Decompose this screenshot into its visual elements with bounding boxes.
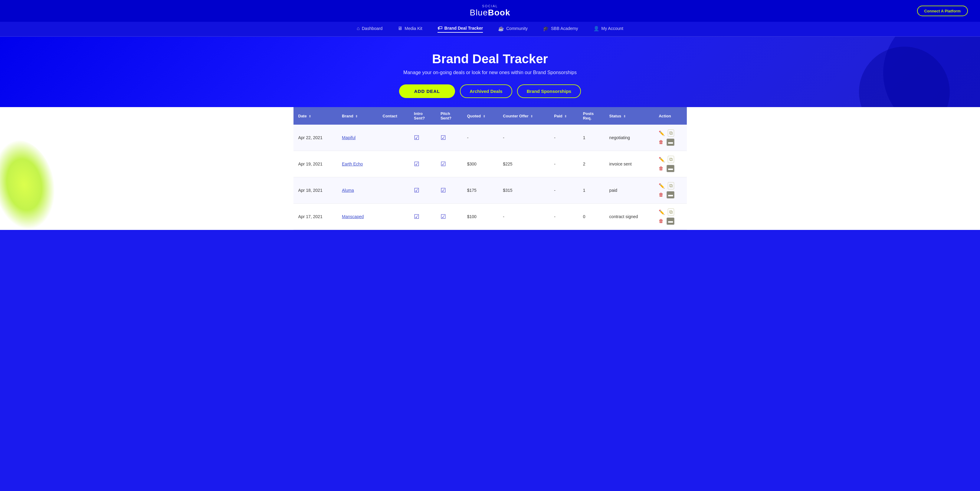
archive-button[interactable]: ▬ <box>667 218 675 225</box>
edit-button[interactable]: ✏️ <box>659 157 665 162</box>
col-header-quoted[interactable]: Quoted ⇕ <box>462 107 498 125</box>
media-kit-icon: 🖥 <box>398 26 402 31</box>
logo-social-text: Social <box>482 4 498 8</box>
action-row-bottom: 🗑 ▬ <box>659 191 682 199</box>
nav-item-my-account[interactable]: 👤 My Account <box>593 26 623 33</box>
col-header-brand[interactable]: Brand ⇕ <box>337 107 378 125</box>
col-label-quoted: Quoted <box>467 114 481 118</box>
delete-button[interactable]: 🗑 <box>659 192 663 197</box>
col-label-action: Action <box>659 114 671 118</box>
col-header-paid[interactable]: Paid ⇕ <box>549 107 578 125</box>
action-row-top: ✏️ ⧉ <box>659 182 682 189</box>
sort-icon-brand: ⇕ <box>355 114 358 118</box>
checkbox-checked-icon: ☑ <box>414 134 419 141</box>
cell-contact <box>378 151 409 177</box>
table-row: Apr 17, 2021 Manscaped ☑ ☑ $100 - - 0 co… <box>293 203 687 230</box>
copy-button[interactable]: ⧉ <box>668 182 674 189</box>
cell-pitch-sent: ☑ <box>436 125 462 151</box>
action-buttons: ✏️ ⧉ 🗑 ▬ <box>659 208 682 225</box>
paint-splash-decoration <box>0 135 62 230</box>
deals-table-container: Date ⇕ Brand ⇕ Contact IntroSe <box>293 107 687 230</box>
cell-counter-offer: $225 <box>498 151 549 177</box>
col-label-brand: Brand <box>342 114 353 118</box>
empty-value: - <box>554 162 555 166</box>
brand-link[interactable]: Earth Echo <box>342 162 363 166</box>
cell-date: Apr 22, 2021 <box>293 125 337 151</box>
cell-intro-sent: ☑ <box>409 151 436 177</box>
nav-label-media-kit: Media Kit <box>404 26 422 31</box>
brand-link[interactable]: Manscaped <box>342 214 364 219</box>
copy-button[interactable]: ⧉ <box>668 129 674 137</box>
action-row-top: ✏️ ⧉ <box>659 208 682 216</box>
action-buttons: ✏️ ⧉ 🗑 ▬ <box>659 182 682 199</box>
empty-value: $315 <box>503 188 512 193</box>
copy-button[interactable]: ⧉ <box>668 208 674 216</box>
edit-button[interactable]: ✏️ <box>659 130 665 136</box>
cell-paid: - <box>549 177 578 203</box>
checkbox-checked-icon: ☑ <box>441 160 446 167</box>
archive-button[interactable]: ▬ <box>667 165 675 172</box>
cell-counter-offer: - <box>498 125 549 151</box>
cell-paid: - <box>549 125 578 151</box>
col-header-status[interactable]: Status ⇕ <box>605 107 654 125</box>
add-deal-button[interactable]: ADD DEAL <box>399 84 455 98</box>
my-account-icon: 👤 <box>593 26 600 32</box>
cell-quoted: $100 <box>462 203 498 230</box>
archive-button[interactable]: ▬ <box>667 138 675 146</box>
empty-value: - <box>554 214 555 219</box>
hero-section: Brand Deal Tracker Manage your on-going … <box>0 37 980 107</box>
empty-value: - <box>554 188 555 193</box>
empty-value: - <box>503 135 504 140</box>
sort-icon-quoted: ⇕ <box>483 114 485 118</box>
cell-intro-sent: ☑ <box>409 177 436 203</box>
cell-paid: - <box>549 203 578 230</box>
cell-brand[interactable]: Aluma <box>337 177 378 203</box>
edit-button[interactable]: ✏️ <box>659 183 665 189</box>
cell-date: Apr 18, 2021 <box>293 177 337 203</box>
nav-item-media-kit[interactable]: 🖥 Media Kit <box>398 26 422 32</box>
nav-item-dashboard[interactable]: ⌂ Dashboard <box>357 26 382 32</box>
col-header-counter-offer[interactable]: Counter Offer ⇕ <box>498 107 549 125</box>
archive-button[interactable]: ▬ <box>667 191 675 199</box>
cell-brand[interactable]: Earth Echo <box>337 151 378 177</box>
delete-button[interactable]: 🗑 <box>659 140 663 145</box>
cell-paid: - <box>549 151 578 177</box>
checkbox-checked-icon: ☑ <box>441 187 446 194</box>
brand-deal-tracker-icon: 🏷 <box>438 25 442 31</box>
cell-contact <box>378 177 409 203</box>
cell-brand[interactable]: Mapiful <box>337 125 378 151</box>
page-title: Brand Deal Tracker <box>6 52 974 66</box>
col-label-paid: Paid <box>554 114 562 118</box>
sort-icon-paid: ⇕ <box>564 114 567 118</box>
connect-platform-button[interactable]: Connect A Platform <box>917 6 968 16</box>
checkbox-checked-icon: ☑ <box>441 134 446 141</box>
archived-deals-button[interactable]: Archived Deals <box>460 84 512 98</box>
nav-label-sbb-academy: SBB Academy <box>551 26 578 31</box>
nav-label-community: Community <box>506 26 528 31</box>
col-label-intro-sent: IntroSent? <box>414 111 425 121</box>
nav-item-sbb-academy[interactable]: 🎓 SBB Academy <box>543 26 578 33</box>
nav-item-brand-deal-tracker[interactable]: 🏷 Brand Deal Tracker <box>438 25 483 33</box>
cell-brand[interactable]: Manscaped <box>337 203 378 230</box>
delete-button[interactable]: 🗑 <box>659 218 663 224</box>
brand-link[interactable]: Mapiful <box>342 135 355 140</box>
sort-icon-counter-offer: ⇕ <box>530 114 533 118</box>
cell-posts-req: 2 <box>578 151 605 177</box>
col-label-date: Date <box>298 114 307 118</box>
cell-action: ✏️ ⧉ 🗑 ▬ <box>654 151 687 177</box>
table-header-row: Date ⇕ Brand ⇕ Contact IntroSe <box>293 107 687 125</box>
edit-button[interactable]: ✏️ <box>659 209 665 215</box>
checkbox-checked-icon: ☑ <box>414 187 419 194</box>
delete-button[interactable]: 🗑 <box>659 166 663 171</box>
cell-pitch-sent: ☑ <box>436 151 462 177</box>
brand-link[interactable]: Aluma <box>342 188 354 193</box>
sort-icon-status: ⇕ <box>623 114 626 118</box>
nav-item-community[interactable]: ☕ Community <box>498 26 528 33</box>
col-header-date[interactable]: Date ⇕ <box>293 107 337 125</box>
table-section: Date ⇕ Brand ⇕ Contact IntroSe <box>0 107 980 230</box>
cell-counter-offer: - <box>498 203 549 230</box>
brand-sponsorships-button[interactable]: Brand Sponsorships <box>517 84 581 98</box>
copy-button[interactable]: ⧉ <box>668 156 674 163</box>
nav-label-my-account: My Account <box>601 26 623 31</box>
empty-value: $175 <box>467 188 477 193</box>
